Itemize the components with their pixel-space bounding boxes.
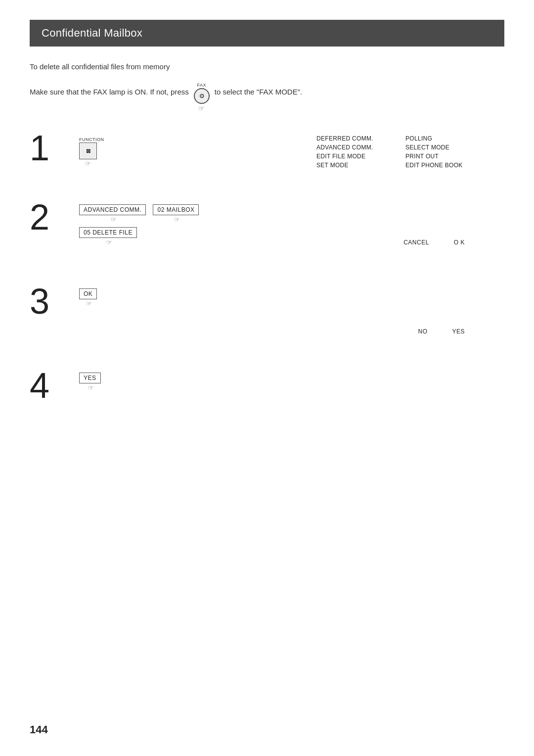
step2-finger3-icon: ☞ (106, 238, 112, 246)
step-1-section: 1 FUNCTION ⊠ ☞ DEFERRED COMM. POLLING (30, 130, 504, 189)
menu-row-2: ADVANCED COMM. SELECT MODE (316, 144, 465, 151)
step-4-row: 4 YES ☞ (30, 368, 504, 403)
step2-finger2-icon: ☞ (174, 216, 180, 223)
menu-item-select-mode: SELECT MODE (405, 144, 465, 151)
fax-lamp-before: Make sure that the FAX lamp is ON. If no… (30, 83, 189, 96)
menu-row-1: DEFERRED COMM. POLLING (316, 135, 465, 142)
step-2-number: 2 (30, 199, 74, 235)
fax-label: FAX (197, 83, 207, 88)
ok-label: O K (454, 239, 465, 246)
step2-row2: 05 DELETE FILE ☞ (79, 227, 201, 246)
step3-finger-icon: ☞ (86, 300, 92, 307)
step4-finger-icon: ☞ (88, 384, 94, 391)
step-3-content: OK ☞ (79, 284, 99, 307)
delete-file-key: 05 DELETE FILE ☞ (79, 227, 139, 246)
delete-file-button: 05 DELETE FILE (79, 227, 137, 238)
step1-finger-icon: ☞ (85, 160, 91, 167)
header-title: Confidential Mailbox (42, 27, 142, 39)
step-3-row: 3 OK ☞ (30, 284, 504, 319)
step-2-content: ADVANCED COMM. ☞ 02 MAILBOX ☞ 05 DELETE … (79, 199, 201, 246)
step2-row1: ADVANCED COMM. ☞ 02 MAILBOX ☞ (79, 204, 201, 223)
step-3-number: 3 (30, 284, 74, 319)
mailbox-button: 02 MAILBOX (153, 204, 199, 215)
cancel-ok-display: CANCEL O K (403, 239, 465, 246)
menu-item-edit-file: EDIT FILE MODE (316, 153, 376, 160)
menu-item-print-out: PRINT OUT (405, 153, 465, 160)
menu-item-advanced: ADVANCED COMM. (316, 144, 376, 151)
step2-finger1-icon: ☞ (111, 216, 117, 223)
fax-round-button: ⊙ (194, 88, 210, 104)
page-container: Confidential Mailbox To delete all confi… (0, 0, 534, 756)
step-1-number: 1 (30, 130, 74, 166)
step-1-content: FUNCTION ⊠ ☞ (79, 130, 104, 167)
function-x-icon: ⊠ (86, 148, 90, 154)
menu-item-edit-phone: EDIT PHONE BOOK (405, 162, 465, 169)
fax-lamp-line: Make sure that the FAX lamp is ON. If no… (30, 83, 504, 112)
function-button-icon: ⊠ (79, 142, 97, 159)
function-label: FUNCTION (79, 137, 104, 142)
fax-lamp-after: to select the "FAX MODE". (215, 83, 302, 96)
instruction-text: To delete all confidential files from me… (30, 62, 504, 71)
advanced-comm-button: ADVANCED COMM. (79, 204, 146, 215)
fax-finger-icon: ☞ (198, 104, 205, 112)
menu-display: DEFERRED COMM. POLLING ADVANCED COMM. SE… (316, 135, 465, 169)
cancel-label: CANCEL (403, 239, 429, 246)
menu-item-polling: POLLING (405, 135, 465, 142)
yes-label: YES (452, 328, 465, 335)
step-4-section: 4 YES ☞ (30, 368, 504, 427)
menu-row-3: EDIT FILE MODE PRINT OUT (316, 153, 465, 160)
ok-button-step3: OK (79, 288, 97, 299)
menu-item-set-mode: SET MODE (316, 162, 376, 169)
page-header: Confidential Mailbox (30, 20, 504, 47)
step-4-content: YES ☞ (79, 368, 103, 391)
ok-key-step3: OK ☞ (79, 288, 99, 307)
menu-item-deferred: DEFERRED COMM. (316, 135, 376, 142)
no-yes-display: NO YES (418, 328, 465, 335)
step2-keys: ADVANCED COMM. ☞ 02 MAILBOX ☞ 05 DELETE … (79, 204, 201, 246)
page-number: 144 (30, 723, 48, 736)
no-label: NO (418, 328, 427, 335)
step-4-number: 4 (30, 368, 74, 403)
advanced-comm-key: ADVANCED COMM. ☞ (79, 204, 148, 223)
function-key: ⊠ ☞ (79, 142, 97, 167)
mailbox-key: 02 MAILBOX ☞ (153, 204, 201, 223)
function-icon-wrap: FUNCTION ⊠ ☞ (79, 135, 104, 167)
yes-button-step4: YES (79, 373, 101, 383)
step-2-section: 2 ADVANCED COMM. ☞ 02 MAILBOX ☞ (30, 199, 504, 274)
step-3-section: 3 OK ☞ NO YES (30, 284, 504, 358)
fax-mode-button-icon: FAX ⊙ ☞ (194, 83, 210, 112)
yes-key-step4: YES ☞ (79, 373, 103, 391)
menu-row-4: SET MODE EDIT PHONE BOOK (316, 162, 465, 169)
